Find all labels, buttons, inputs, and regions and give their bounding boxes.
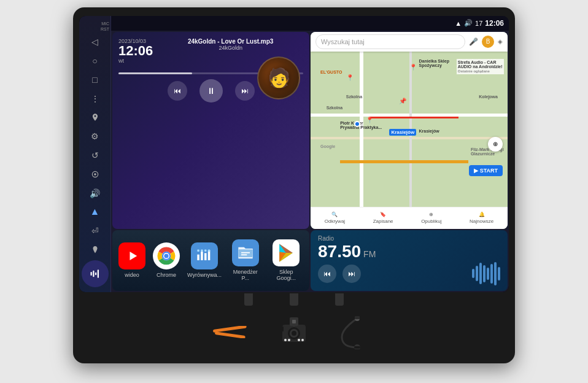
status-icons: ▲ 🔊 17 12:06 bbox=[455, 19, 504, 28]
radio-next-button[interactable]: ⏭ bbox=[342, 265, 361, 283]
svg-rect-29 bbox=[212, 326, 246, 333]
wave-bar-6 bbox=[490, 264, 493, 284]
settings-icon[interactable]: ⚙ bbox=[84, 128, 106, 145]
label-strefa: Strefa Audio - CARAUDIO na Androidzie!Os… bbox=[457, 59, 504, 74]
svg-point-39 bbox=[301, 339, 304, 341]
volume-up-icon[interactable]: 🔊 bbox=[84, 184, 106, 202]
svg-rect-2 bbox=[90, 272, 91, 276]
pause-button[interactable]: ⏸ bbox=[199, 79, 223, 103]
sidebar: MIC RST ◁ ○ □ ⋮ ⚙ ↺ 🔊 ▲ ⏎ bbox=[79, 16, 111, 292]
playstore-icon bbox=[273, 239, 300, 266]
accessories-row bbox=[210, 315, 379, 355]
app-item-wideo[interactable]: wideo bbox=[118, 242, 145, 278]
location-pin-icon[interactable] bbox=[84, 241, 106, 259]
label-elgusto: EL'GUSTO bbox=[320, 70, 342, 74]
device-outer: MIC RST ◁ ○ □ ⋮ ⚙ ↺ 🔊 ▲ ⏎ bbox=[73, 7, 515, 363]
weekday-label: wt bbox=[118, 58, 153, 64]
radio-prev-button[interactable]: ⏮ bbox=[318, 265, 336, 283]
radio-bottom: ⏮ ⏭ bbox=[318, 261, 500, 286]
apps-panel: wideo bbox=[112, 230, 309, 291]
map-icon[interactable] bbox=[84, 109, 106, 126]
svg-point-1 bbox=[94, 173, 96, 176]
label-piotr: Piotr KellerPrywatna Praktyka... bbox=[340, 121, 382, 130]
map-nav-opublikuj[interactable]: ⊕ Opublikuj bbox=[421, 212, 441, 224]
wave-bar-8 bbox=[498, 267, 500, 280]
radio-band: FM bbox=[363, 249, 376, 259]
song-title: 24kGoldn - Love Or Lust.mp3 bbox=[158, 38, 303, 45]
label-google: Google bbox=[320, 144, 335, 149]
start-navigation-button[interactable]: ▶ START bbox=[469, 165, 503, 176]
map-background: EL'GUSTO Danielka SklepSpożywczy Strefa … bbox=[311, 52, 508, 207]
svg-rect-32 bbox=[280, 327, 284, 331]
svg-marker-6 bbox=[130, 252, 137, 260]
apps-row: wideo bbox=[118, 239, 303, 281]
svg-rect-22 bbox=[241, 254, 247, 255]
svg-point-35 bbox=[292, 331, 296, 336]
cable-item bbox=[336, 315, 379, 349]
app-label-playstore: Sklep Googi... bbox=[269, 269, 303, 281]
audio-wave-button[interactable] bbox=[82, 260, 109, 287]
map-nav-zapisane[interactable]: 🔖 Zapisane bbox=[373, 212, 393, 224]
undo-icon[interactable]: ↺ bbox=[84, 147, 106, 164]
svg-rect-44 bbox=[355, 316, 360, 319]
menu-icon[interactable]: ⋮ bbox=[84, 90, 106, 107]
app-item-playstore[interactable]: Sklep Googi... bbox=[269, 239, 303, 281]
next-button[interactable]: ⏭ bbox=[235, 81, 255, 101]
sidebar-top-labels: MIC RST bbox=[79, 21, 110, 32]
main-content: ▲ 🔊 17 12:06 2023/10/03 12:06 wt bbox=[111, 16, 509, 292]
map-nav-najnowsze[interactable]: 🔔 Najnowsze bbox=[470, 212, 493, 224]
radio-label: Radio bbox=[318, 235, 500, 242]
app-label-wideo: wideo bbox=[125, 272, 139, 278]
svg-rect-5 bbox=[97, 269, 98, 278]
volume-icon: 🔊 bbox=[464, 19, 473, 27]
map-header: Wyszukaj tutaj 🎤 B ◈ bbox=[311, 32, 508, 52]
pin-piotr: 📍 bbox=[366, 117, 373, 123]
svg-rect-30 bbox=[214, 331, 245, 338]
bluetooth-icon[interactable]: ▲ bbox=[84, 203, 106, 221]
svg-rect-13 bbox=[204, 253, 207, 260]
mic-icon[interactable]: 🎤 bbox=[469, 37, 478, 46]
svg-rect-11 bbox=[197, 255, 199, 260]
prev-button[interactable]: ⏮ bbox=[168, 81, 187, 101]
wave-bar-3 bbox=[479, 263, 482, 284]
svg-rect-16 bbox=[201, 250, 203, 252]
pry-tools-svg bbox=[210, 326, 253, 338]
svg-rect-4 bbox=[95, 272, 96, 275]
svg-rect-15 bbox=[197, 250, 199, 252]
radio-panel: Radio 87.50 FM ⏮ ⏭ bbox=[311, 230, 508, 291]
map-body[interactable]: EL'GUSTO Danielka SklepSpożywczy Strefa … bbox=[311, 52, 508, 207]
status-bar: ▲ 🔊 17 12:06 bbox=[111, 16, 509, 31]
app-item-files[interactable]: Menedżer P... bbox=[229, 239, 262, 281]
app-item-equalizer[interactable]: Wyrównywa... bbox=[187, 242, 222, 278]
map-search-box[interactable]: Wyszukaj tutaj bbox=[315, 34, 465, 49]
map-nav-odkrywaj[interactable]: 🔍 Odkrywaj bbox=[325, 212, 345, 224]
user-location-dot bbox=[354, 121, 360, 127]
back-icon[interactable]: ◁ bbox=[84, 33, 106, 51]
app-item-chrome[interactable]: Chrome bbox=[153, 242, 180, 278]
radio-icon[interactable] bbox=[84, 165, 106, 183]
wave-bar-1 bbox=[472, 269, 474, 278]
home-icon[interactable]: ○ bbox=[84, 52, 106, 70]
radio-frequency: 87.50 bbox=[318, 242, 361, 261]
sound-wave-visualization bbox=[472, 261, 500, 286]
pry-tool-item bbox=[210, 326, 253, 338]
label-szkolna: Szkolna bbox=[327, 106, 342, 110]
equalizer-icon bbox=[191, 242, 218, 269]
wave-bar-4 bbox=[483, 265, 485, 282]
svg-rect-46 bbox=[354, 346, 360, 349]
app-label-files: Menedżer P... bbox=[229, 269, 262, 281]
camera-svg bbox=[277, 315, 311, 349]
search-placeholder: Wyszukaj tutaj bbox=[321, 38, 365, 45]
map-bottom-bar: 🔍 Odkrywaj 🔖 Zapisane ⊕ Opublikuj 🔔 bbox=[311, 207, 508, 229]
nav-back-icon[interactable]: ⏎ bbox=[84, 222, 106, 240]
chrome-icon bbox=[153, 242, 180, 269]
svg-rect-17 bbox=[204, 250, 207, 252]
recents-icon[interactable]: □ bbox=[84, 71, 106, 88]
pin-elgusto: 📍 bbox=[346, 74, 354, 81]
date-time-block: 2023/10/03 12:06 wt bbox=[118, 38, 153, 64]
najnowsze-icon: 🔔 bbox=[479, 212, 485, 217]
device-stand-tabs bbox=[244, 293, 344, 306]
account-icon[interactable]: B bbox=[482, 36, 494, 48]
location-button[interactable]: ⊕ bbox=[488, 137, 503, 152]
layers-icon[interactable]: ◈ bbox=[498, 38, 503, 45]
